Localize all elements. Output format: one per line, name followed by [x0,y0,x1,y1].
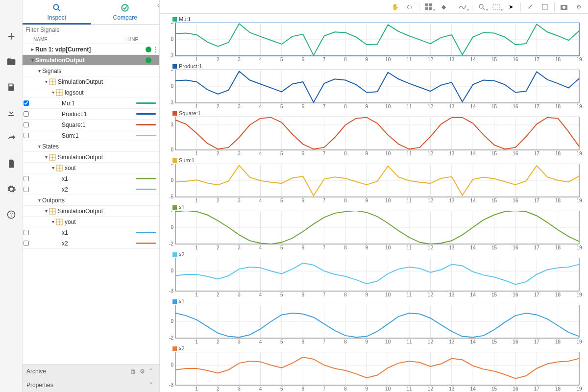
signal-checkbox[interactable] [24,122,29,127]
svg-text:10: 10 [385,104,391,109]
report-icon[interactable] [4,157,18,171]
signal-product[interactable]: Product:1 [23,109,159,120]
signal-mu[interactable]: Mu:1 [23,98,159,109]
tree-node[interactable]: ▾ yout [23,217,159,227]
tree-node[interactable]: ▾ logsout [23,87,159,98]
plot[interactable]: Product:112345678910111213141516171819-3… [161,63,585,109]
svg-text:17: 17 [534,104,540,109]
tree-run[interactable]: ▸ Run 1: vdp[Current] ⋮ [23,44,159,55]
group-signals[interactable]: ▾ Signals [23,66,159,76]
kebab-icon[interactable]: ⋮ [152,48,159,51]
tree-node[interactable]: ▾ SimulationOutput [23,76,159,87]
signal-checkbox[interactable] [24,241,29,246]
svg-text:-2: -2 [169,335,173,341]
link-icon[interactable]: ⤢ [524,1,537,12]
svg-text:13: 13 [449,151,455,156]
layout-icon[interactable] [422,1,435,12]
gear-icon[interactable] [4,182,18,196]
plot[interactable]: x212345678910111213141516171819-30 [161,251,585,297]
svg-text:2: 2 [217,339,220,344]
signal-checkbox[interactable] [24,133,29,138]
signal-x2-states[interactable]: x2 [23,184,159,195]
signal-x1-out[interactable]: x1 [23,227,159,238]
visualization-icon[interactable] [456,1,469,12]
plot[interactable]: Mu:112345678910111213141516171819-303 [161,16,585,62]
svg-rect-25 [425,7,428,10]
svg-text:2: 2 [217,292,220,297]
legend-chip [172,205,177,210]
svg-rect-384 [175,352,579,385]
add-icon[interactable] [4,29,18,43]
clear-icon[interactable]: ◆ [437,1,450,12]
collapse-chevron-icon[interactable]: ‹ [157,2,164,9]
archive-label: Archive [26,368,46,375]
signal-checkbox[interactable] [24,176,29,181]
svg-text:10: 10 [385,292,391,297]
svg-text:9: 9 [366,292,368,297]
cursor-icon[interactable]: ➤ [505,1,517,12]
signal-checkbox[interactable] [24,100,29,106]
plot[interactable]: x212345678910111213141516171819-30 [161,345,585,391]
svg-text:16: 16 [513,292,518,297]
signal-sum[interactable]: Sum:1 [23,130,159,141]
import-icon[interactable] [4,106,18,120]
svg-text:5: 5 [280,292,283,297]
svg-text:11: 11 [406,104,412,109]
signal-checkbox[interactable] [24,230,29,235]
svg-text:7: 7 [323,104,326,109]
help-icon[interactable]: ? [4,208,18,221]
trash-icon[interactable]: 🗑 [129,368,138,375]
tree-node[interactable]: ▾ SimulationOutput [23,206,159,217]
plot[interactable]: Sum:112345678910111213141516171819-505 [161,157,585,203]
settings-icon[interactable]: ⚙ [572,1,585,12]
fit-icon[interactable] [490,1,503,12]
svg-text:1: 1 [196,198,198,203]
plot[interactable]: Square:11234567891011121314151617181903 [161,110,585,156]
pan-icon[interactable]: ✋ [389,1,401,12]
properties-panel[interactable]: Properties ˄ [23,378,159,392]
tree-node[interactable]: ▾ SimulationOutput [23,152,159,163]
tree-simout[interactable]: ▾ SimulationOutput ⋮ [23,55,159,66]
kebab-icon[interactable]: ⋮ [152,58,159,62]
filter-input[interactable] [23,25,159,35]
chevron-up-icon[interactable]: ˄ [147,382,155,389]
save-icon[interactable] [4,80,18,94]
svg-text:8: 8 [344,245,347,250]
group-outports[interactable]: ▾ Outports [23,195,159,206]
svg-text:-3: -3 [169,100,173,105]
svg-text:6: 6 [301,57,304,62]
svg-text:18: 18 [555,292,561,297]
svg-text:6: 6 [301,339,304,344]
replay-icon[interactable]: ⭮ [403,1,416,12]
svg-text:15: 15 [491,339,497,344]
signal-checkbox[interactable] [24,187,29,192]
svg-text:8: 8 [344,151,347,156]
chevron-up-icon[interactable]: ˄ [147,368,155,375]
svg-text:8: 8 [344,292,347,297]
maximize-icon[interactable] [539,1,551,12]
camera-icon[interactable] [558,1,570,12]
signal-x2-out[interactable]: x2 [23,238,159,249]
plot[interactable]: x112345678910111213141516171819-20 [161,298,585,344]
svg-text:10: 10 [385,386,391,391]
folder-icon[interactable] [4,55,18,69]
svg-text:6: 6 [301,198,304,203]
signal-checkbox[interactable] [24,111,29,117]
svg-text:6: 6 [301,245,304,250]
signal-x1-states[interactable]: x1 [23,173,159,184]
group-states[interactable]: ▾ States [23,141,159,152]
svg-text:4: 4 [259,386,262,391]
signal-square[interactable]: Square:1 [23,120,159,130]
signal-tree[interactable]: ▸ Run 1: vdp[Current] ⋮ ▾ SimulationOutp… [23,44,159,364]
tab-inspect[interactable]: Inspect [23,0,91,24]
svg-text:3: 3 [238,339,241,344]
tree-node[interactable]: ▾ xout [23,163,159,173]
gear-small-icon[interactable]: ⚙ [138,368,147,375]
plot[interactable]: x112345678910111213141516171819-202 [161,204,585,250]
export-icon[interactable] [4,131,18,145]
tab-compare[interactable]: Compare [91,0,160,24]
svg-text:?: ? [9,212,12,218]
svg-text:3: 3 [171,70,173,72]
archive-panel[interactable]: Archive 🗑 ⚙ ˄ [23,365,159,378]
zoom-icon[interactable] [475,1,488,12]
